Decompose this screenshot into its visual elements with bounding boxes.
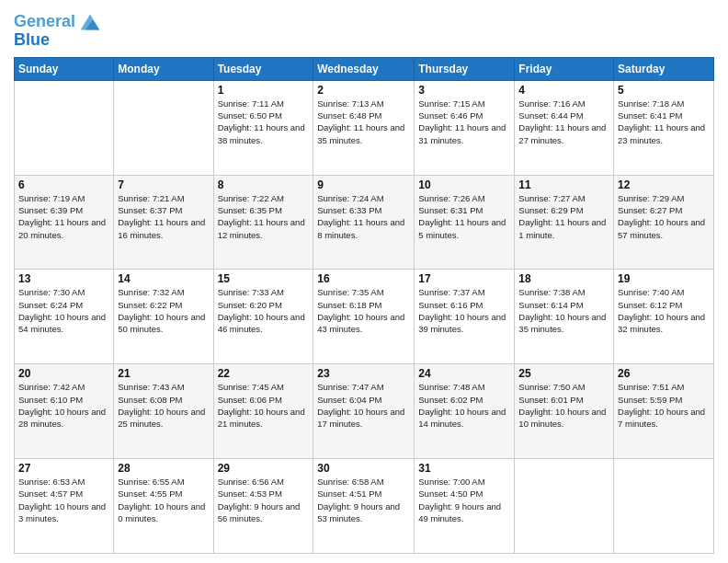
day-number: 31 <box>418 462 510 475</box>
day-info: Sunrise: 7:32 AM Sunset: 6:22 PM Dayligh… <box>118 286 209 335</box>
day-info: Sunrise: 7:19 AM Sunset: 6:39 PM Dayligh… <box>18 192 109 241</box>
day-info: Sunrise: 7:48 AM Sunset: 6:02 PM Dayligh… <box>418 381 510 430</box>
calendar-week-row: 27Sunrise: 6:53 AM Sunset: 4:57 PM Dayli… <box>15 459 714 554</box>
logo-text: General <box>14 13 75 31</box>
day-info: Sunrise: 7:21 AM Sunset: 6:37 PM Dayligh… <box>118 192 209 241</box>
calendar-cell: 17Sunrise: 7:37 AM Sunset: 6:16 PM Dayli… <box>415 270 515 364</box>
calendar-cell: 11Sunrise: 7:27 AM Sunset: 6:29 PM Dayli… <box>515 175 614 270</box>
calendar-cell: 28Sunrise: 6:55 AM Sunset: 4:55 PM Dayli… <box>114 459 213 554</box>
calendar-cell: 3Sunrise: 7:15 AM Sunset: 6:46 PM Daylig… <box>415 80 515 175</box>
day-info: Sunrise: 7:33 AM Sunset: 6:20 PM Dayligh… <box>218 286 310 335</box>
logo-icon <box>77 9 103 35</box>
calendar-cell: 21Sunrise: 7:43 AM Sunset: 6:08 PM Dayli… <box>114 364 213 459</box>
day-info: Sunrise: 7:30 AM Sunset: 6:24 PM Dayligh… <box>18 286 109 335</box>
day-info: Sunrise: 7:15 AM Sunset: 6:46 PM Dayligh… <box>418 98 510 146</box>
calendar-week-row: 6Sunrise: 7:19 AM Sunset: 6:39 PM Daylig… <box>15 175 714 270</box>
day-number: 14 <box>118 272 209 285</box>
day-info: Sunrise: 6:55 AM Sunset: 4:55 PM Dayligh… <box>118 476 209 524</box>
day-info: Sunrise: 7:11 AM Sunset: 6:50 PM Dayligh… <box>218 98 310 146</box>
calendar-cell: 20Sunrise: 7:42 AM Sunset: 6:10 PM Dayli… <box>15 364 114 459</box>
day-number: 10 <box>418 178 510 191</box>
calendar-cell: 19Sunrise: 7:40 AM Sunset: 6:12 PM Dayli… <box>614 270 714 364</box>
day-number: 15 <box>218 272 310 285</box>
day-number: 21 <box>118 367 209 380</box>
day-header-wednesday: Wednesday <box>313 57 415 80</box>
calendar-cell <box>614 459 714 554</box>
day-header-thursday: Thursday <box>415 57 515 80</box>
day-header-saturday: Saturday <box>614 57 714 80</box>
day-info: Sunrise: 7:37 AM Sunset: 6:16 PM Dayligh… <box>418 286 510 335</box>
calendar-cell: 6Sunrise: 7:19 AM Sunset: 6:39 PM Daylig… <box>15 175 114 270</box>
day-info: Sunrise: 7:22 AM Sunset: 6:35 PM Dayligh… <box>218 192 310 241</box>
day-info: Sunrise: 7:13 AM Sunset: 6:48 PM Dayligh… <box>317 98 410 146</box>
day-info: Sunrise: 7:27 AM Sunset: 6:29 PM Dayligh… <box>518 192 609 241</box>
calendar-cell <box>515 459 614 554</box>
calendar-cell: 18Sunrise: 7:38 AM Sunset: 6:14 PM Dayli… <box>515 270 614 364</box>
day-number: 11 <box>518 178 609 191</box>
day-info: Sunrise: 7:29 AM Sunset: 6:27 PM Dayligh… <box>618 192 710 241</box>
day-info: Sunrise: 7:26 AM Sunset: 6:31 PM Dayligh… <box>418 192 510 241</box>
calendar-cell: 14Sunrise: 7:32 AM Sunset: 6:22 PM Dayli… <box>114 270 213 364</box>
day-number: 24 <box>418 367 510 380</box>
logo-text-blue: Blue <box>14 31 50 50</box>
day-number: 2 <box>317 84 410 97</box>
day-number: 23 <box>317 367 410 380</box>
day-number: 29 <box>218 462 310 475</box>
calendar-cell: 26Sunrise: 7:51 AM Sunset: 5:59 PM Dayli… <box>614 364 714 459</box>
calendar-cell: 7Sunrise: 7:21 AM Sunset: 6:37 PM Daylig… <box>114 175 213 270</box>
day-header-monday: Monday <box>114 57 213 80</box>
day-header-tuesday: Tuesday <box>213 57 313 80</box>
calendar-header-row: SundayMondayTuesdayWednesdayThursdayFrid… <box>15 57 714 80</box>
day-info: Sunrise: 7:00 AM Sunset: 4:50 PM Dayligh… <box>418 476 510 524</box>
day-number: 1 <box>218 84 310 97</box>
calendar-cell <box>15 80 114 175</box>
calendar-week-row: 20Sunrise: 7:42 AM Sunset: 6:10 PM Dayli… <box>15 364 714 459</box>
day-info: Sunrise: 7:42 AM Sunset: 6:10 PM Dayligh… <box>18 381 109 430</box>
day-number: 17 <box>418 272 510 285</box>
calendar-cell: 23Sunrise: 7:47 AM Sunset: 6:04 PM Dayli… <box>313 364 415 459</box>
day-info: Sunrise: 7:51 AM Sunset: 5:59 PM Dayligh… <box>618 381 710 430</box>
calendar-cell: 1Sunrise: 7:11 AM Sunset: 6:50 PM Daylig… <box>213 80 313 175</box>
day-number: 3 <box>418 84 510 97</box>
calendar-cell: 29Sunrise: 6:56 AM Sunset: 4:53 PM Dayli… <box>213 459 313 554</box>
day-number: 27 <box>18 462 109 475</box>
day-info: Sunrise: 7:16 AM Sunset: 6:44 PM Dayligh… <box>518 98 609 146</box>
calendar-cell: 9Sunrise: 7:24 AM Sunset: 6:33 PM Daylig… <box>313 175 415 270</box>
day-number: 25 <box>518 367 609 380</box>
day-info: Sunrise: 6:56 AM Sunset: 4:53 PM Dayligh… <box>218 476 310 524</box>
day-number: 12 <box>618 178 710 191</box>
day-number: 7 <box>118 178 209 191</box>
day-info: Sunrise: 7:50 AM Sunset: 6:01 PM Dayligh… <box>518 381 609 430</box>
header: General Blue <box>14 9 714 50</box>
calendar-cell: 22Sunrise: 7:45 AM Sunset: 6:06 PM Dayli… <box>213 364 313 459</box>
day-number: 19 <box>618 272 710 285</box>
calendar-cell: 25Sunrise: 7:50 AM Sunset: 6:01 PM Dayli… <box>515 364 614 459</box>
calendar-cell: 31Sunrise: 7:00 AM Sunset: 4:50 PM Dayli… <box>415 459 515 554</box>
day-number: 28 <box>118 462 209 475</box>
day-number: 5 <box>618 84 710 97</box>
day-info: Sunrise: 7:45 AM Sunset: 6:06 PM Dayligh… <box>218 381 310 430</box>
calendar-week-row: 1Sunrise: 7:11 AM Sunset: 6:50 PM Daylig… <box>15 80 714 175</box>
day-number: 9 <box>317 178 410 191</box>
day-info: Sunrise: 7:38 AM Sunset: 6:14 PM Dayligh… <box>518 286 609 335</box>
calendar-cell: 30Sunrise: 6:58 AM Sunset: 4:51 PM Dayli… <box>313 459 415 554</box>
calendar-cell: 16Sunrise: 7:35 AM Sunset: 6:18 PM Dayli… <box>313 270 415 364</box>
calendar-table: SundayMondayTuesdayWednesdayThursdayFrid… <box>14 57 714 554</box>
day-number: 22 <box>218 367 310 380</box>
day-number: 30 <box>317 462 410 475</box>
calendar-cell: 13Sunrise: 7:30 AM Sunset: 6:24 PM Dayli… <box>15 270 114 364</box>
calendar-cell <box>114 80 213 175</box>
calendar-week-row: 13Sunrise: 7:30 AM Sunset: 6:24 PM Dayli… <box>15 270 714 364</box>
calendar-cell: 15Sunrise: 7:33 AM Sunset: 6:20 PM Dayli… <box>213 270 313 364</box>
day-info: Sunrise: 7:24 AM Sunset: 6:33 PM Dayligh… <box>317 192 410 241</box>
logo: General Blue <box>14 9 103 50</box>
day-info: Sunrise: 7:47 AM Sunset: 6:04 PM Dayligh… <box>317 381 410 430</box>
day-info: Sunrise: 6:58 AM Sunset: 4:51 PM Dayligh… <box>317 476 410 524</box>
calendar-cell: 5Sunrise: 7:18 AM Sunset: 6:41 PM Daylig… <box>614 80 714 175</box>
day-number: 6 <box>18 178 109 191</box>
day-number: 18 <box>518 272 609 285</box>
day-header-friday: Friday <box>515 57 614 80</box>
day-info: Sunrise: 7:43 AM Sunset: 6:08 PM Dayligh… <box>118 381 209 430</box>
calendar-cell: 12Sunrise: 7:29 AM Sunset: 6:27 PM Dayli… <box>614 175 714 270</box>
day-info: Sunrise: 6:53 AM Sunset: 4:57 PM Dayligh… <box>18 476 109 524</box>
